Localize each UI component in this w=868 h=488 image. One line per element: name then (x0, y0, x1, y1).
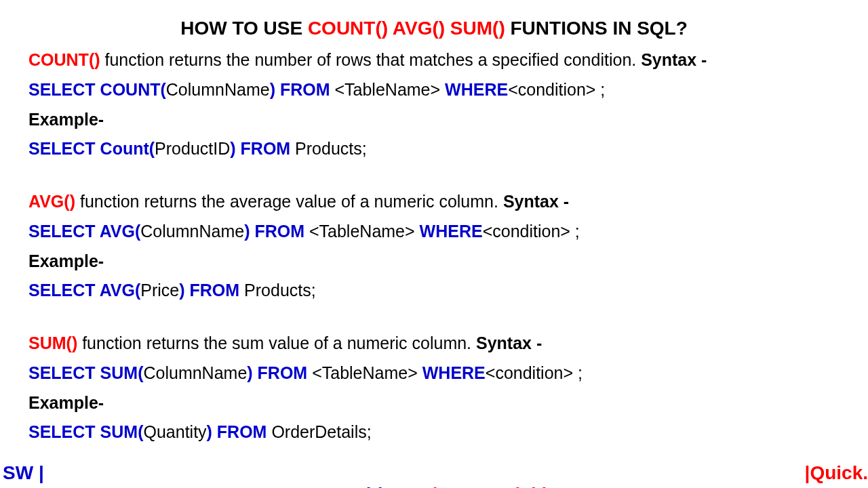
title-functions: COUNT() AVG() SUM() (308, 18, 505, 39)
ex-kw-avg-close: ) (179, 281, 184, 300)
count-example: SELECT Count(ProductID) FROM Products; (28, 138, 840, 161)
count-col: ColumnName (166, 80, 270, 99)
count-desc-text: function returns the number of rows that… (100, 50, 642, 69)
ex-kw-from: FROM (185, 281, 240, 300)
sum-syntax-label: Syntax - (476, 333, 542, 352)
footer-url-2: www.quickboosters.com (443, 484, 666, 488)
avg-example-label: Example- (28, 250, 840, 273)
count-syntax: SELECT COUNT(ColumnName) FROM <TableName… (28, 79, 840, 102)
kw-count-open: COUNT( (100, 80, 166, 99)
kw-select: SELECT (28, 363, 100, 382)
count-table: <TableName> (330, 80, 446, 99)
avg-col: ColumnName (140, 222, 244, 241)
count-description: COUNT() function returns the number of r… (28, 49, 840, 72)
footer-url-1: www.saraswatworld.com (202, 484, 427, 488)
section-gap (28, 167, 840, 190)
ex-count-rest: Products; (290, 139, 367, 158)
avg-table: <TableName> (304, 222, 420, 241)
kw-sum-open: SUM( (100, 363, 144, 382)
ex-avg-rest: Products; (239, 281, 316, 300)
kw-where: WHERE (422, 363, 486, 382)
sum-example: SELECT SUM(Quantity) FROM OrderDetails; (28, 421, 840, 444)
avg-fn-name: AVG() (28, 192, 75, 211)
ex-sum-col: Quantity (143, 422, 206, 441)
page-title: HOW TO USE COUNT() AVG() SUM() FUNTIONS … (28, 18, 840, 39)
ex-kw-from: FROM (236, 139, 291, 158)
ex-kw-select: SELECT (28, 281, 100, 300)
kw-from: FROM (253, 363, 308, 382)
sum-col: ColumnName (143, 363, 247, 382)
document-body: HOW TO USE COUNT() AVG() SUM() FUNTIONS … (0, 0, 868, 444)
count-example-label: Example- (28, 108, 840, 131)
avg-example: SELECT AVG(Price) FROM Products; (28, 279, 840, 302)
avg-cond: <condition> ; (483, 222, 580, 241)
kw-avg-open: AVG( (100, 222, 141, 241)
footer-sw: SW | (3, 462, 44, 484)
kw-count-close: ) (270, 80, 275, 99)
kw-select: SELECT (28, 80, 100, 99)
ex-count-col: ProductID (155, 139, 230, 158)
ex-kw-count-open: Count( (100, 139, 155, 158)
ex-kw-sum-open: SUM( (100, 422, 144, 441)
sum-description: SUM() function returns the sum value of … (28, 332, 840, 355)
footer-sep: | (427, 484, 443, 488)
ex-kw-select: SELECT (28, 139, 100, 158)
kw-from: FROM (250, 222, 304, 241)
kw-sum-close: ) (247, 363, 252, 382)
ex-kw-sum-close: ) (207, 422, 212, 441)
section-gap (28, 309, 840, 332)
count-syntax-label: Syntax - (641, 50, 707, 69)
sum-cond: <condition> ; (486, 363, 583, 382)
ex-kw-avg-open: AVG( (100, 281, 141, 300)
ex-kw-count-close: ) (230, 139, 235, 158)
avg-desc-text: function returns the average value of a … (75, 192, 503, 211)
sum-table: <TableName> (307, 363, 422, 382)
sum-desc-text: function returns the sum value of a nume… (77, 333, 476, 352)
ex-avg-col: Price (140, 281, 179, 300)
count-fn-name: COUNT() (28, 50, 100, 69)
ex-kw-from: FROM (212, 422, 267, 441)
sum-syntax: SELECT SUM(ColumnName) FROM <TableName> … (28, 362, 840, 385)
title-pre: HOW TO USE (180, 18, 308, 39)
footer-urls: www.saraswatworld.com | www.quickbooster… (0, 484, 868, 488)
kw-where: WHERE (445, 80, 508, 99)
sum-example-label: Example- (28, 392, 840, 415)
kw-select: SELECT (28, 222, 100, 241)
count-cond: <condition> ; (508, 80, 605, 99)
sum-fn-name: SUM() (28, 333, 77, 352)
avg-syntax: SELECT AVG(ColumnName) FROM <TableName> … (28, 220, 840, 243)
footer-quick: |Quick. (805, 462, 868, 484)
kw-where: WHERE (420, 222, 483, 241)
title-post: FUNTIONS IN SQL? (505, 18, 688, 39)
ex-kw-select: SELECT (28, 422, 100, 441)
ex-sum-rest: OrderDetails; (267, 422, 371, 441)
avg-syntax-label: Syntax - (503, 192, 569, 211)
avg-description: AVG() function returns the average value… (28, 190, 840, 214)
kw-from: FROM (275, 80, 330, 99)
